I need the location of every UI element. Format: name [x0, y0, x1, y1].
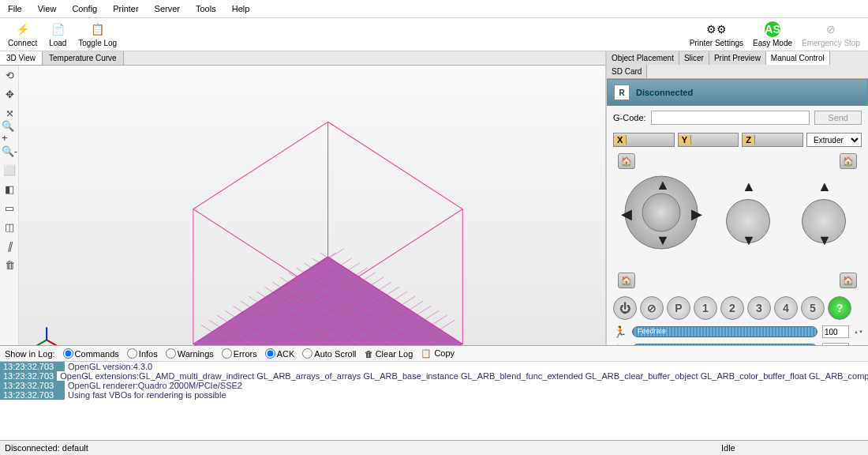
fit-view-icon[interactable]: ⬜ — [1, 161, 18, 179]
extruder-jog-pad: ▲ ▼ — [789, 175, 859, 266]
rotate-tool-icon[interactable]: ⟲ — [1, 66, 18, 84]
power-button[interactable]: ⏻ — [613, 296, 637, 320]
folder-icon: 📄 — [50, 21, 65, 37]
macro-1-button[interactable]: 1 — [694, 296, 717, 320]
extrude-button[interactable]: ▼ — [817, 232, 832, 249]
gear-icon: ⚙⚙ — [709, 21, 724, 37]
autoscroll-checkbox[interactable]: Auto Scroll — [302, 348, 356, 359]
menubar: File View Config Printer Server Tools He… — [0, 0, 868, 18]
svg-marker-5 — [193, 257, 462, 345]
menu-help[interactable]: Help — [224, 2, 258, 16]
macro-buttons: ⏻ ⊘ P 1 2 3 4 5 ? — [607, 293, 868, 323]
log-content[interactable]: 13:23:32.703OpenGL version:4.3.013:23:32… — [0, 362, 868, 440]
menu-config[interactable]: Config — [64, 2, 105, 16]
gcode-input[interactable] — [651, 111, 810, 125]
fan-slider[interactable]: Fan — [632, 344, 817, 345]
jog-controls: ▲ ▼ ◀ ▶ ▲ ▼ ▲ ▼ — [607, 169, 868, 273]
filter-errors[interactable]: Errors — [222, 348, 257, 359]
move-object-icon[interactable]: ⤧ — [1, 104, 18, 122]
front-view-icon[interactable]: ▭ — [1, 199, 18, 216]
retract-button[interactable]: ▲ — [817, 179, 832, 195]
jog-x-plus[interactable]: ▶ — [691, 205, 702, 223]
iso-view-icon[interactable]: ◧ — [1, 180, 18, 197]
menu-tools[interactable]: Tools — [188, 2, 224, 16]
tab-temperature-curve[interactable]: Temperature Curve — [43, 51, 124, 65]
z-jog-pad: ▲ ▼ — [713, 175, 783, 266]
log-line: 13:23:32.703OpenGL extensions:GL_AMD_mul… — [0, 371, 868, 381]
log-icon: 📋 — [90, 21, 106, 37]
toggle-log-button[interactable]: 📋 Toggle Log — [73, 20, 122, 49]
filter-infos[interactable]: Infos — [127, 348, 158, 359]
gcode-label: G-Code: — [613, 113, 646, 122]
home-x-button[interactable]: 🏠 — [840, 153, 857, 169]
view-toolbar: ⟲ ✥ ⤧ 🔍+ 🔍- ⬜ ◧ ▭ ◫ ∥ 🗑 — [0, 66, 19, 345]
menu-server[interactable]: Server — [147, 2, 188, 16]
feedrate-spinner[interactable]: ▲▼ — [854, 329, 862, 334]
svg-line-39 — [47, 340, 58, 345]
view-tabs: 3D View Temperature Curve — [0, 51, 605, 66]
menu-printer[interactable]: Printer — [105, 2, 146, 16]
jog-y-plus[interactable]: ▲ — [656, 177, 670, 194]
tab-3d-view[interactable]: 3D View — [0, 51, 43, 65]
tab-sd-card[interactable]: SD Card — [607, 65, 647, 78]
stop-icon: ⊘ — [823, 21, 839, 37]
zoom-in-icon[interactable]: 🔍+ — [1, 123, 18, 141]
tab-print-preview[interactable]: Print Preview — [709, 51, 766, 65]
log-panel: Show in Log: Commands Infos Warnings Err… — [0, 345, 868, 440]
zoom-out-icon[interactable]: 🔍- — [1, 142, 18, 160]
clear-icon[interactable]: 🗑 — [1, 256, 18, 273]
log-line: 13:23:32.703Using fast VBOs for renderin… — [0, 390, 868, 400]
show-in-log-label: Show in Log: — [5, 349, 55, 359]
3d-scene — [19, 66, 605, 345]
parallel-icon[interactable]: ∥ — [1, 237, 18, 254]
motor-off-button[interactable]: ⊘ — [640, 296, 664, 320]
top-view-icon[interactable]: ◫ — [1, 218, 18, 235]
tab-manual-control[interactable]: Manual Control — [766, 51, 830, 65]
axis-indicator-icon — [36, 327, 58, 345]
feedrate-slider[interactable]: Feedrate — [632, 326, 817, 337]
park-button[interactable]: P — [667, 296, 690, 320]
log-line: 13:23:32.703OpenGL version:4.3.0 — [0, 362, 868, 371]
feedrate-input[interactable] — [822, 325, 849, 338]
filter-ack[interactable]: ACK — [265, 348, 295, 359]
filter-warnings[interactable]: Warnings — [166, 348, 214, 359]
svg-line-40 — [36, 340, 47, 345]
y-axis-display: Y — [678, 133, 739, 147]
tab-object-placement[interactable]: Object Placement — [607, 51, 679, 65]
right-tabs: Object Placement Slicer Print Preview Ma… — [607, 51, 868, 79]
3d-viewport[interactable] — [19, 66, 605, 345]
home-all-button[interactable]: 🏠 — [618, 273, 635, 288]
move-tool-icon[interactable]: ✥ — [1, 85, 18, 103]
copy-log-button[interactable]: 📋 Copy — [421, 348, 455, 359]
plug-icon: ⚡ — [15, 21, 31, 37]
help-button[interactable]: ? — [828, 296, 851, 320]
emergency-stop-button[interactable]: ⊘ Emergency Stop — [797, 20, 865, 49]
menu-view[interactable]: View — [30, 2, 65, 16]
jog-z-plus[interactable]: ▲ — [742, 179, 756, 195]
printer-settings-button[interactable]: ⚙⚙ Printer Settings — [685, 20, 748, 49]
jog-y-minus[interactable]: ▼ — [656, 232, 670, 249]
svg-point-43 — [642, 194, 680, 231]
jog-z-minus[interactable]: ▼ — [742, 232, 756, 249]
macro-2-button[interactable]: 2 — [720, 296, 744, 320]
main-toolbar: ⚡ Connect 📄 Load 📋 Toggle Log ⚙⚙ Printer… — [0, 18, 868, 51]
tab-slicer[interactable]: Slicer — [679, 51, 709, 65]
send-button[interactable]: Send — [814, 111, 862, 125]
connect-button[interactable]: ⚡ Connect — [3, 20, 42, 49]
home-z-button[interactable]: 🏠 — [840, 273, 857, 288]
jog-x-minus[interactable]: ◀ — [621, 205, 632, 223]
load-button[interactable]: 📄 Load — [42, 20, 73, 49]
filter-commands[interactable]: Commands — [63, 348, 119, 359]
statusbar: Disconnected: default Idle — [0, 440, 868, 455]
macro-4-button[interactable]: 4 — [774, 296, 798, 320]
home-xy-button[interactable]: 🏠 — [618, 153, 635, 169]
x-axis-display: X — [613, 133, 675, 147]
connection-status: R Disconnected — [607, 79, 868, 106]
macro-3-button[interactable]: 3 — [747, 296, 771, 320]
extruder-select[interactable]: Extruder 1 — [806, 133, 862, 147]
macro-5-button[interactable]: 5 — [801, 296, 825, 320]
menu-file[interactable]: File — [0, 2, 30, 16]
status-state: Idle — [721, 443, 863, 453]
easy-mode-button[interactable]: EASY Easy Mode — [748, 20, 797, 49]
clear-log-button[interactable]: 🗑 Clear Log — [365, 349, 413, 359]
